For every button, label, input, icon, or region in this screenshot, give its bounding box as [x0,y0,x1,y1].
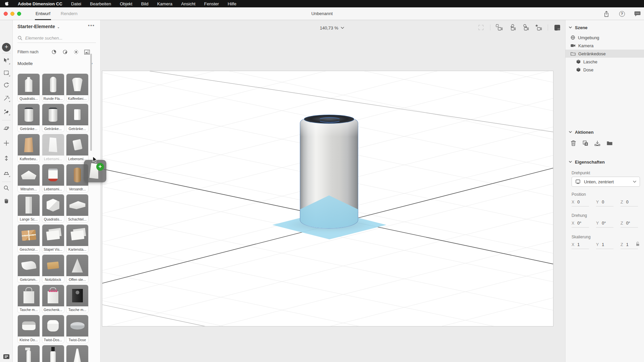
menu-ansicht[interactable]: Ansicht [181,1,196,6]
scene-section-header[interactable]: Szene [566,23,644,32]
dolly-camera-tool[interactable] [2,154,10,162]
model-card[interactable]: Geschnür... [18,225,40,252]
camera-bookmark-icon[interactable] [495,23,503,32]
delete-icon[interactable] [570,139,577,147]
menu-datei[interactable]: Datei [71,1,81,6]
model-card-dragging[interactable]: Lebensmi... [42,134,64,162]
tab-entwurf[interactable]: Entwurf [32,7,54,20]
magic-wand-tool[interactable] [2,94,10,102]
feedback-icon[interactable] [634,10,641,17]
model-card[interactable] [42,345,64,362]
position-z-field[interactable]: Z0 [621,200,638,206]
model-card[interactable]: Runde Fla... [42,74,64,102]
filter-materials-icon[interactable] [59,49,70,55]
hand-tool[interactable] [2,197,10,205]
apple-menu-icon[interactable] [5,1,9,6]
section-modelle[interactable]: Modelle ▾ [17,61,95,66]
model-card[interactable]: Kaffeebeu.. [18,134,40,162]
help-icon[interactable]: ? [619,10,625,17]
position-x-field[interactable]: X0 [572,200,589,206]
panel-scrollbar[interactable] [90,54,92,151]
scene-item-dose[interactable]: Dose [566,66,644,74]
filter-lights-icon[interactable] [70,49,82,55]
tab-rendern[interactable]: Rendern [58,7,80,20]
fit-frame-icon[interactable] [477,23,485,32]
properties-section-header[interactable]: Eigenschaften [566,158,644,166]
rotation-z-field[interactable]: Z0° [621,221,638,228]
model-card[interactable]: Lange Sc... [18,194,40,222]
model-card[interactable]: Getränke... [66,104,88,132]
orbit-camera-tool[interactable] [2,124,10,132]
model-card[interactable]: Offen ste... [66,255,88,283]
horizon-tool[interactable] [2,169,10,177]
rotation-y-field[interactable]: Y0° [596,221,613,228]
model-card[interactable]: Twist-Dos... [42,315,64,343]
scene-viewport[interactable] [102,71,553,326]
scene-item-lasche[interactable]: Lasche [566,58,644,66]
camera-save-bookmark-icon[interactable] [535,23,543,32]
menu-app-name[interactable]: Adobe Dimension CC [18,1,62,6]
model-card[interactable]: Gekrümm.. [18,255,40,283]
model-card[interactable]: Quadratis... [18,74,40,102]
model-card[interactable]: Getränke... [42,104,64,132]
model-card[interactable]: Stapel Vis... [42,225,64,252]
model-card[interactable]: Tasche m... [18,285,40,313]
position-fields: X0 Y0 Z0 [572,200,638,206]
filter-models-icon[interactable] [48,49,59,55]
scene-item-umgebung[interactable]: Umgebung [566,34,644,42]
menu-hilfe[interactable]: Hilfe [228,1,236,6]
model-card[interactable]: Mitnahm... [18,164,40,192]
menu-fenster[interactable]: Fenster [204,1,219,6]
select-move-tool[interactable] [2,57,10,65]
add-asset-tool[interactable]: + [2,43,11,52]
duplicate-icon[interactable] [582,139,589,147]
model-card[interactable]: Kaffeebec... [66,74,88,102]
model-card[interactable]: Lebensmi... [66,134,88,162]
menu-kamera[interactable]: Kamera [157,1,172,6]
share-icon[interactable] [603,10,610,17]
canvas-zoom-control[interactable]: 140,73 % [309,25,356,31]
menu-bild[interactable]: Bild [141,1,149,6]
group-folder-icon[interactable] [606,139,613,147]
panel-menu-icon[interactable]: ••• [88,23,95,28]
assets-panel-title[interactable]: Starter-Elemente⌄ [17,24,60,29]
model-card[interactable]: Geschenk... [42,285,64,313]
actions-section-header[interactable]: Aktionen [566,128,644,136]
camera-redo-icon[interactable] [522,23,530,32]
pan-camera-tool[interactable] [2,139,10,147]
sampler-eyedropper-tool[interactable] [2,108,10,116]
beverage-can-object[interactable] [300,115,358,229]
zoom-tool[interactable] [2,184,10,192]
model-card[interactable]: Twist-Dose [66,315,88,343]
model-card[interactable]: Getränke... [18,104,40,132]
model-card[interactable] [66,345,88,362]
model-card[interactable] [18,345,40,362]
menu-bearbeiten[interactable]: Bearbeiten [90,1,111,6]
camera-undo-icon[interactable] [508,23,517,32]
window-close-button[interactable] [4,12,8,16]
scale-x-field[interactable]: X1 [572,242,589,249]
search-input[interactable] [25,36,89,41]
pivot-dropdown[interactable]: Unten, zentriert [572,177,640,187]
model-card[interactable]: Kartensta... [66,225,88,252]
model-card[interactable]: Tasche m... [66,285,88,313]
scene-item-getraenkedose[interactable]: Getränkedose [566,50,644,58]
model-card[interactable]: Quadratis... [42,194,64,222]
position-y-field[interactable]: Y0 [596,200,613,206]
window-zoom-button[interactable] [17,12,21,16]
library-panel-toggle[interactable] [3,354,10,359]
scale-y-field[interactable]: Y1 [596,242,613,249]
model-card[interactable]: Schachtel... [66,194,88,222]
render-preview-toggle-icon[interactable] [553,23,561,32]
menu-objekt[interactable]: Objekt [120,1,132,6]
rotate-view-tool[interactable] [2,81,10,89]
model-card[interactable]: Notizblock [42,255,64,283]
window-minimize-button[interactable] [10,12,14,16]
rotation-x-field[interactable]: X0° [572,221,589,228]
select-region-tool[interactable] [2,69,10,77]
scene-item-kamera[interactable]: Kamera [566,42,644,50]
model-card[interactable]: Kleine Do... [18,315,40,343]
export-icon[interactable] [594,139,601,147]
model-card[interactable]: Lebensmi... [42,164,64,192]
scale-lock-icon[interactable] [636,241,640,247]
